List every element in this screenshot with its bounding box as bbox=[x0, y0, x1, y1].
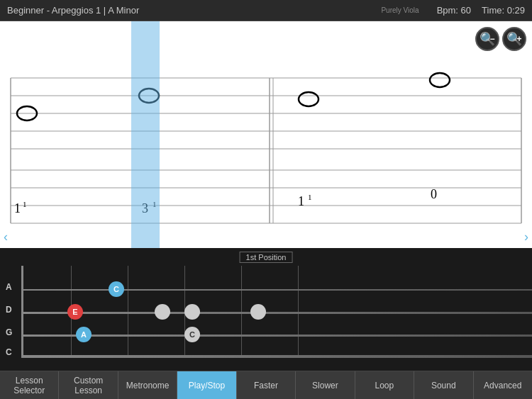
header-time: Time: 0:29 bbox=[482, 5, 525, 16]
metronome-button[interactable]: Metronome bbox=[118, 371, 177, 399]
header-logo: Purely Viola bbox=[381, 6, 419, 14]
svg-text:1: 1 bbox=[14, 201, 21, 215]
playhead bbox=[131, 21, 160, 248]
loop-button[interactable]: Loop bbox=[355, 371, 414, 399]
string-c bbox=[21, 355, 532, 358]
faster-button[interactable]: Faster bbox=[237, 371, 296, 399]
right-arrow-button[interactable]: › bbox=[524, 230, 528, 245]
sheet-area: 🔍 − 🔍 + 1 bbox=[0, 21, 532, 248]
zoom-out-button[interactable]: 🔍 − bbox=[475, 27, 499, 51]
dot-white-2 bbox=[184, 304, 200, 320]
svg-point-16 bbox=[430, 73, 450, 87]
lesson-selector-button[interactable]: Lesson Selector bbox=[0, 371, 59, 399]
zoom-in-button[interactable]: 🔍 + bbox=[502, 27, 526, 51]
header: Beginner - Arpeggios 1 | A Minor Purely … bbox=[0, 0, 532, 21]
string-label-a: A bbox=[6, 282, 12, 292]
dot-white-3 bbox=[250, 304, 266, 320]
svg-text:0: 0 bbox=[431, 187, 437, 201]
sound-button[interactable]: Sound bbox=[414, 371, 473, 399]
string-label-c: C bbox=[6, 347, 12, 357]
slower-button[interactable]: Slower bbox=[296, 371, 355, 399]
string-a bbox=[21, 289, 532, 291]
custom-lesson-button[interactable]: Custom Lesson bbox=[59, 371, 118, 399]
position-label: 1st Position bbox=[240, 252, 293, 263]
svg-text:1: 1 bbox=[298, 194, 304, 208]
string-d bbox=[21, 312, 532, 314]
zoom-buttons: 🔍 − 🔍 + bbox=[475, 27, 526, 51]
dot-c-a-string: C bbox=[109, 281, 124, 297]
string-g bbox=[21, 335, 532, 337]
svg-text:1: 1 bbox=[23, 200, 27, 208]
zoom-in-label: + bbox=[516, 34, 521, 44]
toolbar: Lesson SelectorCustom LessonMetronomePla… bbox=[0, 371, 532, 399]
string-label-d: D bbox=[6, 305, 12, 315]
dot-c-g-string: C bbox=[184, 327, 200, 342]
fretboard-area: 1st Position A D G C C E A C bbox=[0, 248, 532, 369]
zoom-out-label: − bbox=[489, 34, 494, 44]
dot-a-g-string: A bbox=[76, 327, 92, 342]
svg-text:1: 1 bbox=[308, 193, 312, 201]
header-bpm: Bpm: 60 bbox=[437, 5, 471, 16]
string-label-g: G bbox=[6, 327, 12, 337]
play-stop-button[interactable]: Play/Stop bbox=[177, 371, 236, 399]
dot-e-d-string: E bbox=[67, 304, 83, 320]
advanced-button[interactable]: Advanced bbox=[474, 371, 532, 399]
staff-svg: 1 1 3 1 1 1 0 bbox=[0, 21, 532, 248]
dot-white-1 bbox=[155, 304, 170, 320]
left-arrow-button[interactable]: ‹ bbox=[4, 230, 8, 245]
fretboard-container: A D G C C E A C bbox=[0, 266, 532, 358]
header-title: Beginner - Arpeggios 1 | A Minor bbox=[7, 5, 374, 16]
svg-point-15 bbox=[299, 92, 318, 106]
